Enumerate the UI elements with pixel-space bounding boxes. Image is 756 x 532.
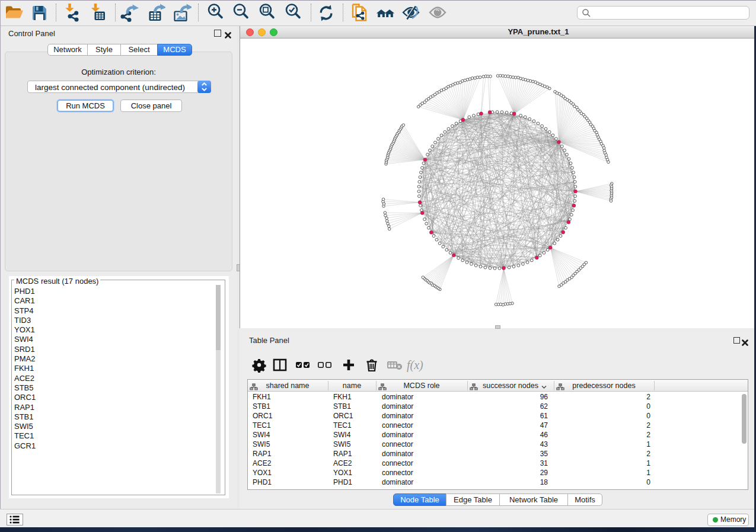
svg-text:f(x): f(x) bbox=[407, 358, 423, 372]
